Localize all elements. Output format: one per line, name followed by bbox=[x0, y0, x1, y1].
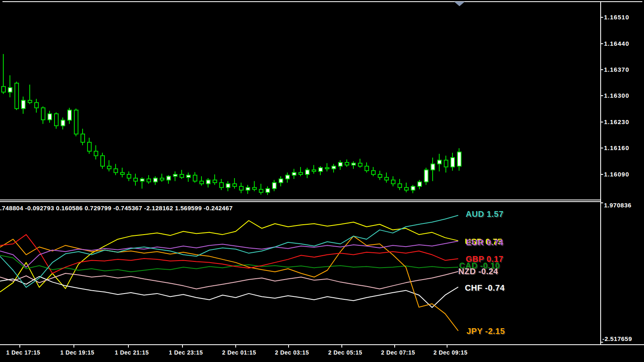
candle-body bbox=[438, 160, 441, 164]
candle-body bbox=[424, 170, 428, 182]
time-axis-label: 1 Dec 19:15 bbox=[60, 349, 95, 356]
candle-body bbox=[35, 103, 38, 108]
chart-canvas[interactable] bbox=[0, 0, 644, 362]
panel-separator-lower bbox=[0, 201, 600, 202]
window-top-border bbox=[2, 1, 642, 2]
candle-body bbox=[457, 152, 461, 167]
time-tick bbox=[128, 345, 129, 348]
candle-body bbox=[28, 100, 32, 102]
candle-body bbox=[187, 175, 190, 177]
time-tick bbox=[394, 345, 395, 348]
indicator-max-label: 1.970836 bbox=[604, 202, 632, 209]
time-axis-label: 2 Dec 09:15 bbox=[433, 349, 468, 356]
strength-label-chf: CHF -0.74 bbox=[465, 283, 505, 293]
time-axis-label: 2 Dec 05:15 bbox=[328, 349, 362, 356]
time-axis-label: 1 Dec 17:15 bbox=[6, 349, 40, 356]
time-tick bbox=[447, 345, 447, 348]
price-axis-label: 1.16090 bbox=[604, 171, 629, 178]
candle-body bbox=[180, 174, 184, 177]
candle-body bbox=[200, 181, 204, 183]
candle-body bbox=[41, 108, 45, 120]
price-tick bbox=[600, 174, 603, 175]
strength-line-chf bbox=[0, 277, 458, 308]
candle-body bbox=[378, 174, 382, 177]
candle-body bbox=[15, 83, 19, 109]
price-tick bbox=[600, 95, 603, 96]
candle-body bbox=[8, 88, 12, 92]
candle-body bbox=[358, 163, 362, 166]
candle-body bbox=[325, 168, 329, 169]
candle-body bbox=[259, 189, 263, 192]
candle-body bbox=[101, 156, 104, 166]
price-axis-label: 1.16510 bbox=[604, 14, 629, 21]
candle-body bbox=[286, 175, 289, 179]
candle-body bbox=[398, 184, 402, 188]
candle-body bbox=[319, 168, 322, 172]
price-tick bbox=[600, 148, 603, 148]
price-tick bbox=[600, 43, 603, 44]
time-axis-label: 1 Dec 23:15 bbox=[169, 349, 203, 356]
candle-body bbox=[193, 175, 197, 181]
time-tick bbox=[73, 345, 74, 348]
candle-body bbox=[451, 157, 455, 167]
candle-body bbox=[160, 178, 164, 180]
mt4-chart-window: .748804 -0.092793 0.160586 0.729799 -0.7… bbox=[0, 0, 644, 362]
candle-body bbox=[107, 166, 111, 169]
candle-body bbox=[233, 184, 237, 186]
candle-body bbox=[154, 178, 157, 182]
candle-body bbox=[173, 174, 177, 176]
candle-body bbox=[226, 184, 230, 188]
candle-body bbox=[305, 170, 309, 174]
candle-body bbox=[385, 177, 388, 180]
candle-body bbox=[134, 178, 137, 181]
candle-body bbox=[365, 166, 369, 171]
candle-body bbox=[418, 182, 421, 186]
candle-body bbox=[411, 186, 415, 190]
candle-body bbox=[332, 166, 336, 169]
candle-body bbox=[147, 179, 151, 182]
candle-body bbox=[48, 114, 52, 120]
candle-body bbox=[61, 120, 65, 126]
time-axis-label: 2 Dec 03:15 bbox=[275, 349, 309, 356]
candle-body bbox=[391, 180, 395, 184]
strength-line-usd bbox=[0, 221, 458, 292]
candle-body bbox=[272, 183, 276, 189]
time-axis-label: 2 Dec 07:15 bbox=[381, 349, 415, 356]
time-tick bbox=[182, 345, 183, 348]
indicator-min-label: -2.517659 bbox=[602, 335, 632, 342]
candle-body bbox=[74, 110, 78, 134]
chart-shift-marker-icon[interactable] bbox=[454, 2, 465, 6]
price-axis-label: 1.16230 bbox=[604, 118, 629, 125]
candle-body bbox=[54, 114, 58, 126]
price-axis-label: 1.16440 bbox=[604, 40, 629, 47]
candle-body bbox=[2, 87, 5, 92]
candle-body bbox=[312, 170, 316, 172]
candle-body bbox=[253, 188, 256, 190]
price-tick bbox=[600, 17, 603, 18]
candle-body bbox=[239, 186, 243, 190]
candle-body bbox=[431, 164, 435, 170]
candle-body bbox=[127, 174, 131, 178]
candle-body bbox=[94, 151, 98, 156]
strength-label-jpy: JPY -2.15 bbox=[466, 327, 505, 336]
price-axis-label: 1.16300 bbox=[604, 92, 629, 99]
indicator-values-line: .748804 -0.092793 0.160586 0.729799 -0.7… bbox=[0, 205, 233, 212]
price-tick bbox=[600, 122, 603, 122]
candle-body bbox=[352, 163, 355, 165]
strength-label-eur: EUR 0.74 bbox=[466, 238, 504, 247]
candle-body bbox=[213, 180, 217, 183]
panel-separator-upper bbox=[0, 200, 600, 200]
candle-body bbox=[299, 173, 303, 175]
candle-body bbox=[114, 169, 118, 172]
candle-body bbox=[21, 100, 25, 108]
candle-body bbox=[339, 162, 342, 166]
candle-body bbox=[405, 188, 408, 190]
time-tick bbox=[235, 345, 236, 348]
candle-body bbox=[345, 162, 349, 165]
candle-body bbox=[266, 189, 270, 193]
candle-body bbox=[279, 179, 283, 183]
price-tick bbox=[600, 69, 603, 70]
candle-body bbox=[372, 171, 375, 174]
candle-body bbox=[206, 180, 210, 184]
candle-body bbox=[121, 173, 124, 175]
